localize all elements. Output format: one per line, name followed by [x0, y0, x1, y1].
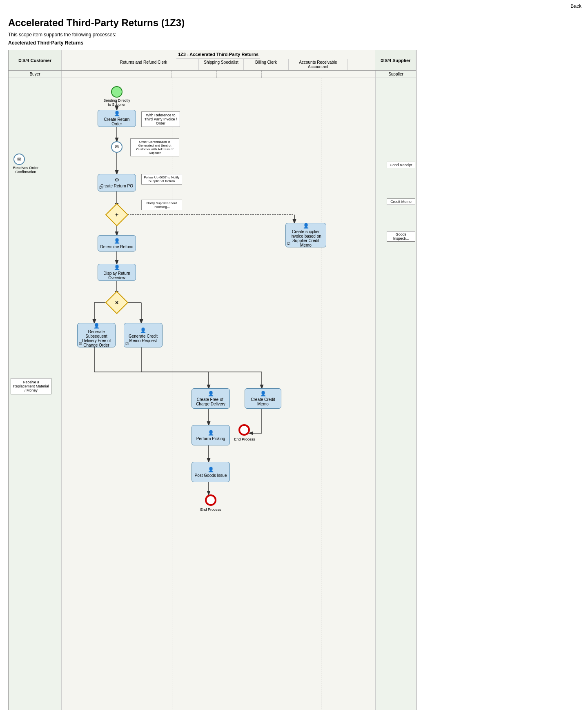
sub-header-row: Buyer Supplier: [9, 71, 416, 78]
billing-sublane-header: Billing Clerk: [244, 59, 289, 70]
create-return-order-box[interactable]: 👤 Create Return Order: [98, 110, 136, 127]
start-event: [111, 86, 122, 98]
generate-credit-memo-req-box[interactable]: 👤 Generate Credit Memo Request ☑: [124, 323, 163, 347]
top-bar: Back: [0, 0, 588, 12]
diagram-container: ⊡ S/4 Customer 1Z3 - Accelerated Third-P…: [8, 50, 416, 710]
msg-event: ✉: [111, 141, 122, 153]
create-credit-memo-box[interactable]: 👤 Create Credit Memo: [245, 388, 281, 409]
create-free-delivery-box[interactable]: 👤 Create Free-of-Charge Delivery: [192, 388, 230, 409]
page-title: Accelerated Third-Party Returns (1Z3): [8, 17, 580, 29]
shipping-sublane-header: Shipping Specialist: [199, 59, 244, 70]
perform-picking-box[interactable]: 👤 Perform Picking: [192, 425, 230, 445]
page-subtitle: This scope item supports the following p…: [8, 32, 580, 38]
goods-inspecti-note: Goods Inspecti...: [387, 231, 415, 242]
gateway-plus: +: [105, 203, 129, 227]
diagram-body: ✉ Receives Order Confirmation Receive a …: [9, 78, 416, 710]
main-lane: Sending Directly to Supplier 👤 Create Re…: [62, 78, 375, 710]
back-button[interactable]: Back: [570, 3, 581, 9]
notify-supplier-note: Notify Supplier about Incoming...: [141, 200, 182, 210]
generate-subsequent-box[interactable]: 👤 Generate Subsequent Delivery Free of C…: [77, 323, 116, 347]
determine-refund-box[interactable]: 👤 Determine Refund: [98, 235, 136, 252]
good-receipt-note: Good Receipt: [387, 162, 415, 168]
create-supplier-invoice-box[interactable]: 👤 Create supplier Invoice based on Suppl…: [285, 223, 326, 247]
create-return-po-box[interactable]: ⚙ Create Return PO ☑: [98, 174, 136, 191]
ar-sublane-header: Accounts Receivable Accountant: [289, 59, 348, 70]
s4-customer-header: ⊡ S/4 Customer: [9, 50, 62, 70]
supplier-lane: Good Receipt Credit Memo Goods Inspecti.…: [375, 78, 416, 710]
credit-memo-note: Credit Memo: [387, 198, 415, 205]
main-lane-header: 1Z3 - Accelerated Third-Party Returns Re…: [62, 50, 375, 70]
end-event-2: [238, 424, 250, 436]
end-label-1: End Process: [198, 507, 223, 512]
order-confirm-note: Order Confirmation Is Generated and Sent…: [130, 138, 179, 156]
follow-up-note: Follow Up 0007 to Notify Supplier of Ret…: [141, 174, 182, 185]
receive-replacement-box: Receive a Replacement Material / Money: [11, 378, 51, 394]
start-label: Sending Directly to Supplier: [102, 98, 131, 107]
receives-order-label: Receives Order Confirmation: [9, 166, 42, 174]
customer-lane: ✉ Receives Order Confirmation Receive a …: [9, 78, 62, 710]
process-label: Accelerated Third-Party Returns: [8, 40, 580, 46]
divider-ar: [321, 78, 321, 710]
supplier-sublane-label: Supplier: [375, 71, 416, 78]
end-label-2: End Process: [232, 437, 257, 441]
create-return-order-note: With Reference to Third Party Invoice / …: [141, 111, 180, 127]
divider-returns: [172, 78, 172, 710]
supplier-header: ⊡ S/4 Supplier: [375, 50, 416, 70]
display-return-box[interactable]: 👤 Display Return Overview: [98, 264, 136, 281]
post-goods-issue-box[interactable]: 👤 Post Goods Issue: [192, 462, 230, 482]
diagram-header: ⊡ S/4 Customer 1Z3 - Accelerated Third-P…: [9, 50, 416, 71]
end-event-1: [205, 494, 216, 506]
returns-sublane-header: Returns and Refund Clerk: [89, 59, 199, 70]
gateway-x: ×: [105, 291, 129, 314]
buyer-label: Buyer: [9, 71, 62, 78]
